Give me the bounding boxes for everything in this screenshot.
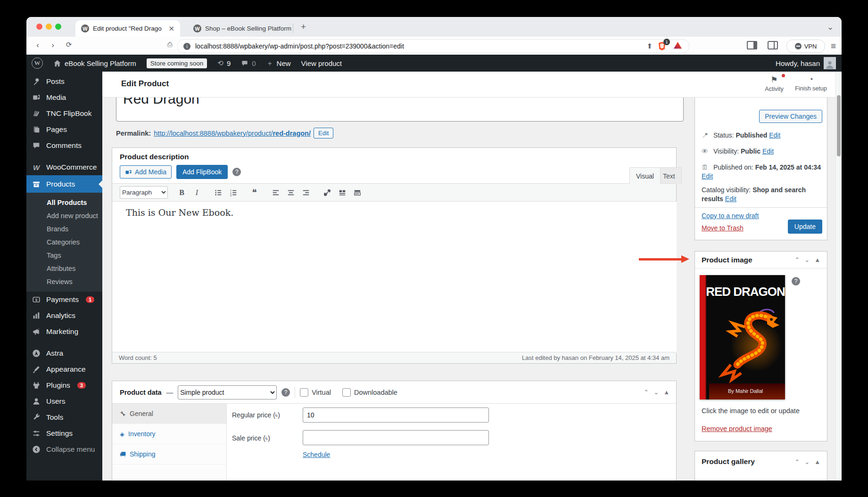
submenu-categories[interactable]: Categories (26, 236, 102, 249)
add-media-button[interactable]: Add Media (120, 165, 172, 179)
updates-menu[interactable]: ⟲9 (212, 55, 236, 72)
visibility-edit-link[interactable]: Edit (762, 147, 774, 155)
product-image-help-icon[interactable]: ? (792, 277, 800, 285)
browser-menu-icon[interactable]: ≡ (831, 41, 836, 51)
sidebar-item-comments[interactable]: Comments (26, 138, 102, 154)
sidebar-item-marketing[interactable]: Marketing (26, 324, 102, 340)
submenu-tags[interactable]: Tags (26, 249, 102, 262)
remove-product-image-link[interactable]: Remove product image (702, 425, 772, 432)
reload-button[interactable]: ⟳ (63, 41, 74, 49)
sidebar-item-plugins[interactable]: Plugins3 (26, 377, 102, 393)
new-tab-button[interactable]: + (301, 22, 306, 32)
reading-list-icon[interactable] (768, 41, 778, 49)
sidebar-item-woocommerce[interactable]: WWooCommerce (26, 159, 102, 175)
permalink-edit-button[interactable]: Edit (314, 128, 333, 139)
move-down-icon[interactable]: ⌄ (804, 458, 810, 465)
submenu-reviews[interactable]: Reviews (26, 275, 102, 288)
catalog-edit-link[interactable]: Edit (725, 195, 736, 203)
insert-link-button[interactable] (321, 187, 333, 198)
align-right-button[interactable] (299, 187, 312, 198)
page-scrollbar[interactable] (835, 72, 842, 481)
comments-menu[interactable]: 0 (236, 55, 261, 72)
submenu-brands[interactable]: Brands (26, 222, 102, 236)
description-editor-area[interactable]: This is Our New Ebook. (113, 202, 677, 353)
move-up-icon[interactable]: ⌃ (794, 458, 800, 465)
paragraph-format-select[interactable]: Paragraph (120, 186, 168, 199)
tab-shipping[interactable]: 🚚︎Shipping (112, 444, 226, 464)
window-zoom-button[interactable] (55, 24, 61, 30)
sidebar-item-posts[interactable]: Posts (26, 73, 102, 90)
tab-close-icon[interactable]: ✕ (168, 24, 174, 33)
product-image-header[interactable]: Product image ⌃⌄▲ (695, 252, 827, 269)
sidebar-item-users[interactable]: Users (26, 393, 102, 409)
bookmark-icon[interactable]: ⎙ (164, 41, 175, 49)
window-close-button[interactable] (36, 24, 42, 30)
sidebar-item-astra[interactable]: Astra (26, 345, 102, 361)
toggle-panel-icon[interactable]: ▲ (814, 458, 820, 465)
downloadable-checkbox[interactable] (342, 388, 351, 397)
finish-setup-button[interactable]: ◔ Finish setup (794, 75, 827, 92)
tab-visual[interactable]: Visual (629, 167, 661, 185)
sidebar-item-media[interactable]: Media (26, 90, 102, 106)
address-bar[interactable]: i localhost:8888/wpbakery/wp-admin/post.… (177, 39, 689, 53)
tab-search-chevron-icon[interactable]: ⌄ (827, 22, 834, 32)
copy-to-draft-link[interactable]: Copy to a new draft (702, 212, 759, 220)
brave-shield-icon[interactable]: 1 (657, 41, 667, 51)
move-up-icon[interactable]: ⌃ (644, 389, 649, 396)
add-flipbook-button[interactable]: Add FlipBook (176, 165, 228, 179)
collapse-menu-button[interactable]: Collapse menu (26, 441, 102, 457)
align-center-button[interactable] (284, 187, 297, 198)
move-down-icon[interactable]: ⌄ (653, 389, 659, 396)
align-left-button[interactable] (269, 187, 282, 198)
site-name-menu[interactable]: eBook Selling Platform (48, 55, 141, 72)
virtual-checkbox-label[interactable]: Virtual (300, 388, 331, 397)
forward-button[interactable]: › (47, 41, 58, 50)
move-down-icon[interactable]: ⌄ (804, 256, 810, 263)
my-account-menu[interactable]: Howdy, hasan (776, 57, 842, 69)
bullet-list-button[interactable] (212, 187, 224, 198)
blockquote-button[interactable]: ❝ (248, 187, 261, 198)
scrollbar-thumb[interactable] (837, 95, 841, 156)
update-button[interactable]: Update (788, 220, 822, 234)
sidebar-item-settings[interactable]: Settings (26, 425, 102, 441)
regular-price-input[interactable] (303, 407, 489, 423)
wp-logo-menu[interactable]: W (26, 55, 48, 72)
product-type-select[interactable]: Simple product (178, 385, 277, 399)
help-icon[interactable]: ? (232, 168, 241, 176)
sidebar-item-pages[interactable]: Pages (26, 122, 102, 138)
tab-edit-product[interactable]: W Edit product "Red Dragon" ✕ (75, 20, 180, 37)
share-icon[interactable]: ⬆ (646, 42, 653, 50)
sidebar-item-tnc-flipbook[interactable]: TNC FlipBook (26, 106, 102, 122)
toolbar-toggle-button[interactable] (351, 187, 364, 198)
back-button[interactable]: ‹ (32, 41, 43, 50)
sidebar-item-tools[interactable]: Tools (26, 409, 102, 425)
virtual-checkbox[interactable] (300, 388, 308, 397)
italic-button[interactable]: I (190, 187, 203, 198)
toggle-panel-icon[interactable]: ▲ (663, 389, 670, 396)
sidebar-panel-icon[interactable] (747, 41, 757, 49)
submenu-attributes[interactable]: Attributes (26, 262, 102, 275)
permalink-link[interactable]: http://localhost:8888/wpbakery/product/r… (154, 130, 311, 137)
sidebar-item-payments[interactable]: $Payments1 (26, 292, 102, 308)
status-edit-link[interactable]: Edit (769, 131, 780, 139)
window-minimize-button[interactable] (46, 24, 52, 30)
read-more-button[interactable] (336, 187, 348, 198)
tab-shop[interactable]: W Shop – eBook Selling Platform (188, 20, 289, 37)
bold-button[interactable]: B (175, 187, 188, 198)
submenu-all-products[interactable]: All Products (26, 196, 102, 209)
sidebar-item-analytics[interactable]: Analytics (26, 308, 102, 324)
move-to-trash-link[interactable]: Move to Trash (702, 224, 744, 232)
product-cover-image[interactable]: RED DRAGON By Mahir Dallal (700, 275, 785, 399)
move-up-icon[interactable]: ⌃ (794, 256, 800, 263)
sale-price-input[interactable] (303, 430, 489, 445)
sidebar-item-products[interactable]: Products (26, 175, 102, 193)
product-gallery-header[interactable]: Product gallery ⌃⌄▲ (695, 451, 827, 472)
tab-general[interactable]: 🔧︎General (112, 404, 226, 424)
published-edit-link[interactable]: Edit (702, 172, 713, 180)
downloadable-checkbox-label[interactable]: Downloadable (342, 388, 397, 397)
preview-changes-button[interactable]: Preview Changes (759, 110, 822, 123)
sidebar-item-appearance[interactable]: Appearance (26, 361, 102, 377)
schedule-link[interactable]: Schedule (303, 451, 330, 458)
activity-button[interactable]: ⚑ Activity (758, 75, 791, 92)
site-info-icon[interactable]: i (183, 43, 190, 50)
